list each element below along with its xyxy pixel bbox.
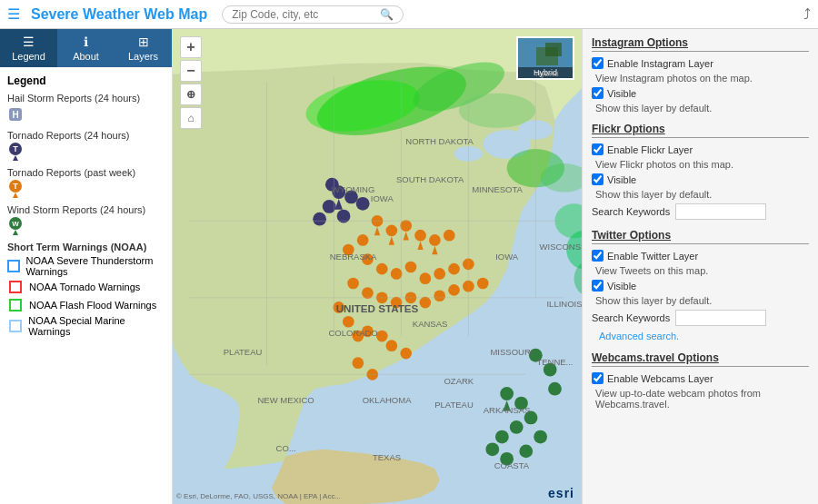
noaa-marine-label: NOAA Special Marine Warnings xyxy=(28,315,165,337)
svg-text:UNITED STATES: UNITED STATES xyxy=(336,302,419,314)
flickr-search-input[interactable] xyxy=(675,203,766,220)
menu-icon[interactable]: ☰ xyxy=(7,5,20,23)
flickr-enable-row: Enable Flickr Layer xyxy=(592,143,809,155)
svg-point-59 xyxy=(376,331,388,342)
legend-noaa-tornado: NOAA Tornado Warnings xyxy=(7,279,165,295)
svg-point-84 xyxy=(548,382,562,396)
instagram-enable-desc: View Instagram photos on the map. xyxy=(595,73,809,84)
instagram-visible-checkbox[interactable] xyxy=(592,87,604,99)
svg-text:IOWA: IOWA xyxy=(371,193,394,203)
webcams-enable-label[interactable]: Enable Webcams Layer xyxy=(592,372,809,384)
wind-icon: W xyxy=(7,218,24,234)
twitter-visible-checkbox[interactable] xyxy=(592,280,604,292)
twitter-visible-text: Visible xyxy=(607,281,636,292)
instagram-enable-checkbox[interactable] xyxy=(592,57,604,69)
svg-text:TENNE...: TENNE... xyxy=(536,357,573,367)
svg-text:SOUTH DAKOTA: SOUTH DAKOTA xyxy=(396,174,464,184)
noaa-marine-icon xyxy=(7,318,23,334)
svg-point-41 xyxy=(419,272,431,284)
noaa-tornado-label: NOAA Tornado Warnings xyxy=(29,282,140,292)
svg-text:NEW MEXICO: NEW MEXICO xyxy=(257,395,314,405)
svg-point-61 xyxy=(400,348,412,360)
zoom-out-button[interactable]: − xyxy=(180,60,202,82)
twitter-search-label: Search Keywords xyxy=(592,312,670,323)
flickr-search-label: Search Keywords xyxy=(592,206,670,217)
hybrid-thumbnail[interactable]: Hybrid Hybrid xyxy=(516,36,574,80)
noaa-thunderstorm-icon xyxy=(7,258,21,274)
instagram-enable-text: Enable Instagram Layer xyxy=(607,58,713,69)
svg-point-28 xyxy=(400,220,412,232)
svg-point-78 xyxy=(485,442,499,456)
svg-point-38 xyxy=(376,263,388,275)
svg-point-67 xyxy=(356,197,370,211)
tab-legend[interactable]: ☰ Legend xyxy=(0,29,57,67)
flickr-visible-text: Visible xyxy=(607,174,636,185)
layers-tab-label: Layers xyxy=(128,51,158,62)
instagram-enable-label[interactable]: Enable Instagram Layer xyxy=(592,57,809,69)
svg-text:PLATEAU: PLATEAU xyxy=(434,400,474,410)
zoom-in-button[interactable]: + xyxy=(180,36,202,58)
tab-about[interactable]: ℹ About xyxy=(57,29,115,67)
twitter-search-input[interactable] xyxy=(675,310,766,326)
tornado-dark-icon: T xyxy=(7,143,24,160)
svg-point-46 xyxy=(362,287,374,299)
locate-button[interactable]: ⊕ xyxy=(180,84,202,105)
svg-text:CO...: CO... xyxy=(276,443,296,453)
tab-layers[interactable]: ⊞ Layers xyxy=(115,29,172,67)
legend-tornado-week-section: Tornado Reports (past week) T xyxy=(7,167,165,197)
svg-point-52 xyxy=(448,284,460,296)
svg-text:IOWA: IOWA xyxy=(495,252,519,262)
svg-text:OZARK: OZARK xyxy=(444,376,474,386)
webcams-enable-checkbox[interactable] xyxy=(592,372,604,384)
legend-tornado-dark-section: Tornado Reports (24 hours) T xyxy=(7,130,165,160)
main-container: ☰ Legend ℹ About ⊞ Layers Legend Hail St… xyxy=(0,29,818,504)
svg-marker-3 xyxy=(13,155,18,161)
instagram-enable-row: Enable Instagram Layer xyxy=(592,57,809,69)
share-icon[interactable]: ⤴ xyxy=(803,6,811,23)
legend-wind-title: Wind Storm Reports (24 hours) xyxy=(7,204,165,215)
twitter-visible-label[interactable]: Visible xyxy=(592,280,809,292)
svg-text:COLORADO: COLORADO xyxy=(328,328,377,338)
instagram-visible-row: Visible xyxy=(592,87,809,99)
svg-point-26 xyxy=(386,225,398,237)
svg-point-77 xyxy=(495,430,509,444)
flickr-options-section: Flickr Options Enable Flickr Layer View … xyxy=(592,123,809,220)
webcams-enable-desc: View up-to-date webcam photos from Webca… xyxy=(595,388,809,410)
map-attribution: © Esri, DeLorme, FAO, USGS, NOAA | EPA |… xyxy=(176,492,341,500)
noaa-flood-icon xyxy=(7,297,24,313)
svg-text:T: T xyxy=(13,144,18,153)
map-controls: + − ⊕ ⌂ xyxy=(180,36,202,129)
flickr-visible-checkbox[interactable] xyxy=(592,173,604,185)
flickr-visible-label[interactable]: Visible xyxy=(592,173,809,185)
flickr-visible-row: Visible xyxy=(592,173,809,185)
instagram-visible-text: Visible xyxy=(607,88,636,99)
home-button[interactable]: ⌂ xyxy=(180,107,202,129)
legend-tornado-dark-title: Tornado Reports (24 hours) xyxy=(7,130,165,141)
svg-point-45 xyxy=(347,278,359,290)
svg-point-60 xyxy=(386,340,398,351)
twitter-enable-label[interactable]: Enable Twitter Layer xyxy=(592,250,809,262)
search-input[interactable] xyxy=(232,8,380,21)
svg-text:TEXAS: TEXAS xyxy=(373,452,401,462)
legend-noaa-flood: NOAA Flash Flood Warnings xyxy=(7,297,165,313)
flickr-enable-label[interactable]: Enable Flickr Layer xyxy=(592,143,809,155)
legend-wind-item: W xyxy=(7,218,165,234)
svg-text:COASTA: COASTA xyxy=(494,460,530,470)
legend-tab-icon: ☰ xyxy=(23,35,35,49)
legend-tab-label: Legend xyxy=(12,51,45,62)
svg-point-50 xyxy=(419,297,431,309)
instagram-options-title: Instagram Options xyxy=(592,36,809,52)
flickr-enable-checkbox[interactable] xyxy=(592,143,604,155)
svg-text:PLATEAU: PLATEAU xyxy=(224,347,263,357)
hail-icon: H xyxy=(7,106,24,123)
flickr-enable-text: Enable Flickr Layer xyxy=(607,144,693,155)
svg-text:H: H xyxy=(12,110,18,120)
twitter-advanced-link[interactable]: Advanced search. xyxy=(599,331,679,341)
map-area[interactable]: WYOMING NEBRASKA SOUTH DAKOTA NORTH DAKO… xyxy=(173,29,582,504)
instagram-visible-label[interactable]: Visible xyxy=(592,87,809,99)
flickr-search-row: Search Keywords xyxy=(592,203,809,220)
svg-point-30 xyxy=(414,230,426,242)
noaa-thunderstorm-label: NOAA Severe Thunderstorm Warnings xyxy=(26,255,165,277)
twitter-enable-checkbox[interactable] xyxy=(592,250,604,262)
svg-point-80 xyxy=(519,444,533,458)
